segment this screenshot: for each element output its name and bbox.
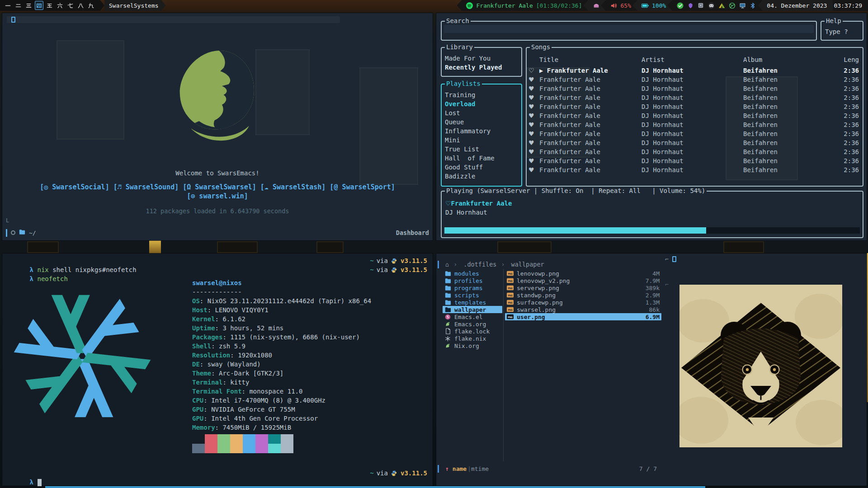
file-row[interactable]: PNGswarsel.png86k xyxy=(505,306,661,313)
shield-icon[interactable] xyxy=(687,2,694,9)
file-row[interactable]: PNGlenovowp_v2.png7.9M xyxy=(505,277,661,284)
playlist-item[interactable]: Overload xyxy=(445,99,520,108)
song-row[interactable]: ♥Frankfurter AaleDJ HornhautBeifahren2:3… xyxy=(527,147,863,156)
syncthing-icon[interactable] xyxy=(728,2,736,9)
playlist-item[interactable]: True List xyxy=(445,145,520,154)
file-row[interactable]: PNGsurfacewp.png1.3M xyxy=(505,299,661,306)
file-row[interactable]: PNGuser.png6.9M xyxy=(505,313,661,320)
directory-row[interactable]: Emacs.org xyxy=(443,320,502,328)
heart-icon[interactable]: ♥ xyxy=(528,147,539,156)
directory-row[interactable]: flake.lock xyxy=(443,328,502,335)
directory-row[interactable]: scripts xyxy=(443,291,502,299)
song-album: Beifahren xyxy=(743,111,835,120)
playlist-item[interactable]: Training xyxy=(445,90,520,99)
workspace-item[interactable] xyxy=(45,1,54,10)
playlist-item[interactable]: Good Stuff xyxy=(445,163,520,172)
search-input[interactable] xyxy=(444,25,814,33)
heart-icon[interactable]: ♥ xyxy=(528,84,539,93)
neofetch-value: : 6.1.62 xyxy=(215,315,245,323)
directory-row[interactable]: profiles xyxy=(443,277,502,284)
volume-widget[interactable]: 65% xyxy=(601,0,637,11)
directory-row[interactable]: flake.nix xyxy=(443,335,502,342)
sort-direction-icon[interactable]: ↑ xyxy=(445,465,449,472)
workspace-item[interactable] xyxy=(66,1,75,10)
date-widget[interactable]: 04. Dezember 2023 xyxy=(758,0,833,11)
music-player-window[interactable]: Search Help Type ? Library Made For YouR… xyxy=(436,13,867,240)
dashboard-button-swarsel-win[interactable]: [⊙ swarsel.win] xyxy=(187,192,248,200)
library-item[interactable]: Made For You xyxy=(445,54,520,63)
battery-widget[interactable]: 100% xyxy=(632,0,672,11)
heart-icon[interactable]: ♥ xyxy=(528,75,539,84)
playlist-item[interactable]: Queue xyxy=(445,117,520,127)
file-row[interactable]: PNGserverwp.png389k xyxy=(505,284,661,291)
dashboard-button-swarselstash[interactable]: [☁ SwarselStash] xyxy=(260,183,326,191)
dashboard-button-swarselsound[interactable]: [♬ SwarselSound] xyxy=(113,183,179,191)
workspace-item[interactable] xyxy=(56,1,64,10)
neofetch-entry: CPU: Intel i7-4700MQ (8) @ 3.400GHz xyxy=(192,396,371,405)
heart-icon[interactable]: ♥ xyxy=(528,111,539,120)
home-icon[interactable]: ⌂ xyxy=(445,261,449,268)
emacs-dashboard-window[interactable]: Welcome to SwarsEmacs! [◎ SwarselSocial]… xyxy=(2,13,433,240)
sort-field[interactable]: name xyxy=(453,465,467,472)
song-row[interactable]: ♡▶ Frankfurter AaleDJ HornhautBeifahren2… xyxy=(527,66,863,75)
heart-icon[interactable]: ♡ xyxy=(445,200,451,207)
file-manager-window[interactable]: ⌐ ⌐ ⌂ › .dotfiles › wallpaper modulespro… xyxy=(436,253,867,486)
directory-row[interactable]: Emacs.el xyxy=(443,313,502,320)
heart-icon[interactable]: ♥ xyxy=(528,156,539,165)
sort-field-alt[interactable]: mtime xyxy=(471,465,489,472)
workspace-item[interactable] xyxy=(76,1,85,10)
heart-icon[interactable]: ♥ xyxy=(528,138,539,147)
discord-icon[interactable] xyxy=(708,2,715,9)
song-row[interactable]: ♥Frankfurter AaleDJ HornhautBeifahren2:3… xyxy=(527,156,863,165)
corner-icon: ⌐ xyxy=(665,282,669,287)
directory-row[interactable]: templates xyxy=(443,299,502,306)
directory-row[interactable]: programs xyxy=(443,284,502,291)
song-row[interactable]: ♥Frankfurter AaleDJ HornhautBeifahren2:3… xyxy=(527,165,863,174)
heart-icon[interactable]: ♥ xyxy=(528,120,539,129)
song-row[interactable]: ♥Frankfurter AaleDJ HornhautBeifahren2:3… xyxy=(527,93,863,102)
heart-icon[interactable]: ♥ xyxy=(528,165,539,174)
dashboard-button-swarselswarsel[interactable]: [Ω SwarselSwarsel] xyxy=(183,183,256,191)
heart-icon[interactable]: ♥ xyxy=(528,102,539,111)
workspace-item[interactable] xyxy=(35,1,43,10)
workspace-item[interactable] xyxy=(24,1,33,10)
dashboard-button-swarselsport[interactable]: [@ SwarselSport] xyxy=(330,183,395,191)
song-row[interactable]: ♥Frankfurter AaleDJ HornhautBeifahren2:3… xyxy=(527,102,863,111)
bluetooth-icon[interactable] xyxy=(749,2,756,9)
dashboard-button-swarselsocial[interactable]: [◎ SwarselSocial] xyxy=(40,183,109,191)
now-playing-widget[interactable]: Frankfurter Aale [01:38/02:36] xyxy=(457,0,588,11)
song-row[interactable]: ♥Frankfurter AaleDJ HornhautBeifahren2:3… xyxy=(527,120,863,129)
playlist-item[interactable]: Lost xyxy=(445,108,520,117)
shell-input-line[interactable]: λ xyxy=(7,469,42,478)
heart-icon[interactable]: ♡ xyxy=(528,66,539,75)
song-row[interactable]: ♥Frankfurter AaleDJ HornhautBeifahren2:3… xyxy=(527,75,863,84)
song-row[interactable]: ♥Frankfurter AaleDJ HornhautBeifahren2:3… xyxy=(527,129,863,138)
seek-bar[interactable] xyxy=(444,227,860,234)
playlist-item[interactable]: Hall of Fame xyxy=(445,154,520,163)
tent-icon[interactable] xyxy=(718,2,725,9)
song-row[interactable]: ♥Frankfurter AaleDJ HornhautBeifahren2:3… xyxy=(527,138,863,147)
song-row[interactable]: ♥Frankfurter AaleDJ HornhautBeifahren2:3… xyxy=(527,111,863,120)
workspace-item[interactable] xyxy=(4,1,12,10)
workspace-item[interactable] xyxy=(87,1,95,10)
heart-icon[interactable]: ♥ xyxy=(528,93,539,102)
breadcrumb-segment[interactable]: wallpaper xyxy=(511,261,544,268)
playlist-item[interactable]: Badizzle xyxy=(445,172,520,181)
heart-icon[interactable]: ♥ xyxy=(528,129,539,138)
song-row[interactable]: ♥Frankfurter AaleDJ HornhautBeifahren2:3… xyxy=(527,84,863,93)
playlist-item[interactable]: Mini xyxy=(445,136,520,145)
clock-widget[interactable]: 03:37:29 xyxy=(828,0,868,11)
playlist-item[interactable]: Inflammatory xyxy=(445,127,520,136)
directory-row[interactable]: Nix.org xyxy=(443,342,502,349)
library-item[interactable]: Recently Played xyxy=(445,63,520,72)
checkmark-icon[interactable] xyxy=(676,2,684,9)
file-row[interactable]: PNGlenovowp.png4M xyxy=(505,270,661,277)
display-icon[interactable] xyxy=(739,2,746,9)
terminal-window[interactable]: λ nix shell nixpkgs#neofetch λ neofetch … xyxy=(2,253,433,486)
breadcrumb-segment[interactable]: .dotfiles xyxy=(463,261,496,268)
vault-icon[interactable] xyxy=(697,2,704,9)
directory-row[interactable]: wallpaper xyxy=(443,306,502,313)
workspace-item[interactable] xyxy=(14,1,23,10)
file-row[interactable]: PNGstandwp.png2.9M xyxy=(505,291,661,299)
directory-row[interactable]: modules xyxy=(443,270,502,277)
